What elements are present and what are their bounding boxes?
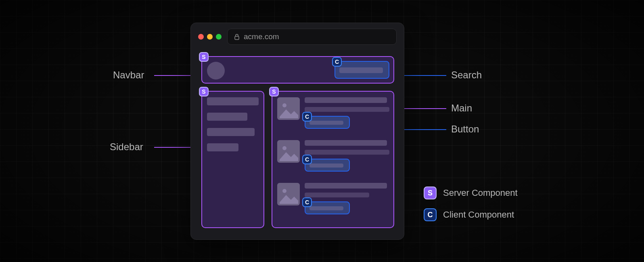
button-label-placeholder — [309, 121, 343, 125]
text-line-placeholder — [305, 150, 389, 155]
client-badge-icon: C — [302, 112, 312, 122]
url-text: acme.com — [244, 32, 279, 41]
server-badge-icon: S — [199, 87, 209, 96]
legend-server-label: Server Component — [443, 188, 518, 198]
client-badge-icon: C — [332, 57, 342, 67]
minimize-icon[interactable] — [207, 34, 213, 40]
sidebar-item-placeholder — [207, 128, 255, 136]
client-badge-icon: C — [302, 155, 312, 164]
url-bar[interactable]: acme.com — [227, 29, 397, 45]
image-placeholder-icon — [277, 97, 300, 120]
lock-icon — [234, 34, 240, 40]
button-component[interactable]: C — [305, 159, 350, 172]
text-line-placeholder — [305, 97, 387, 103]
legend-client: C Client Component — [424, 208, 518, 221]
svg-point-3 — [282, 189, 286, 193]
search-placeholder — [339, 67, 383, 73]
button-label-placeholder — [309, 163, 343, 168]
browser-titlebar: acme.com — [191, 23, 404, 49]
svg-point-2 — [282, 146, 286, 150]
svg-rect-0 — [235, 36, 239, 40]
server-badge-icon: S — [424, 187, 437, 199]
label-navbar: Navbar — [113, 69, 144, 81]
sidebar-item-placeholder — [207, 97, 259, 105]
sidebar-item-placeholder — [207, 113, 247, 121]
button-label-placeholder — [309, 206, 343, 210]
client-badge-icon: C — [424, 208, 437, 221]
image-placeholder-icon — [277, 183, 300, 205]
label-sidebar: Sidebar — [110, 141, 143, 153]
browser-window: acme.com S C S — [190, 23, 404, 240]
legend-server: S Server Component — [424, 187, 518, 199]
diagram-stage: Navbar Sidebar Search Main Button ac — [0, 0, 644, 262]
text-line-placeholder — [305, 193, 369, 197]
button-component[interactable]: C — [305, 201, 350, 214]
label-main: Main — [451, 103, 472, 114]
text-line-placeholder — [305, 107, 389, 112]
main-area: S C C — [272, 91, 394, 228]
server-badge-icon: S — [199, 52, 209, 62]
text-line-placeholder — [305, 140, 387, 146]
close-icon[interactable] — [198, 34, 204, 40]
image-placeholder-icon — [277, 140, 300, 163]
svg-point-1 — [282, 103, 286, 107]
traffic-lights — [198, 34, 222, 40]
avatar-placeholder — [207, 62, 225, 80]
maximize-icon[interactable] — [216, 34, 222, 40]
sidebar-area: S — [201, 91, 264, 228]
label-search: Search — [451, 69, 482, 81]
navbar-area: S C — [201, 56, 394, 84]
browser-content: S C S S — [199, 54, 396, 231]
legend: S Server Component C Client Component — [424, 187, 518, 221]
client-badge-icon: C — [302, 197, 312, 207]
label-button: Button — [451, 124, 479, 135]
sidebar-item-placeholder — [207, 143, 238, 151]
text-line-placeholder — [305, 183, 387, 189]
search-box[interactable]: C — [335, 61, 389, 79]
legend-client-label: Client Component — [443, 210, 514, 220]
button-component[interactable]: C — [305, 116, 350, 129]
server-badge-icon: S — [269, 87, 279, 96]
